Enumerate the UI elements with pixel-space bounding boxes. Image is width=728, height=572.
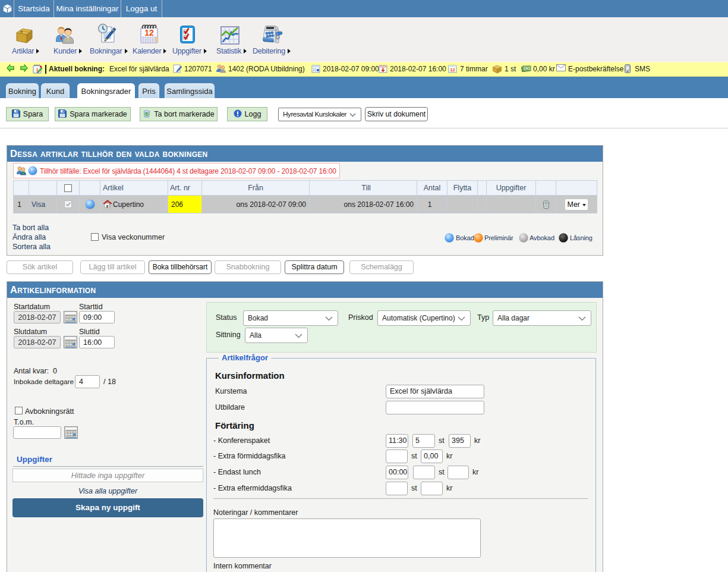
svg-text:12: 12 — [450, 67, 455, 73]
svg-text:12: 12 — [144, 28, 154, 37]
